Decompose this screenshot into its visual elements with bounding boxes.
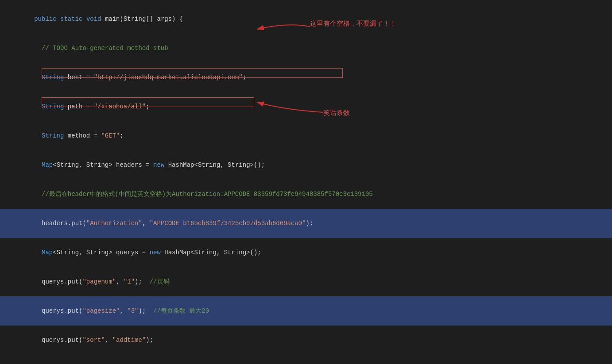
code-line-1: public static void main(String[] args) { <box>0 4 612 34</box>
code-line-2: // TODO Auto-generated method stub <box>0 34 612 63</box>
keyword-public: public <box>34 15 56 23</box>
code-line-7: //最后在header中的格式(中间是英文空格)为Authorization:A… <box>0 180 612 209</box>
code-line-3: String host = "http://jisuxhdq.market.al… <box>0 63 612 92</box>
code-line-9: Map<String, String> querys = new HashMap… <box>0 238 612 267</box>
code-line-4: String path = "/xiaohua/all"; <box>0 92 612 121</box>
code-line-10: querys.put("pagenum", "1"); //页码 <box>0 267 612 296</box>
code-line-5: String method = "GET"; <box>0 121 612 150</box>
code-line-6: Map<String, String> headers = new HashMa… <box>0 150 612 180</box>
comment-todo: // TODO Auto-generated method stub <box>42 45 168 52</box>
method-main: main(String[] args) { <box>105 15 183 23</box>
code-line-11: querys.put("pagesize", "3"); //每页条数 最大20 <box>0 296 612 326</box>
keyword-void: void <box>86 15 101 23</box>
code-line-8: headers.put("Authorization", "APPCODE b1… <box>0 209 612 238</box>
code-area: public static void main(String[] args) {… <box>0 0 612 364</box>
code-line-blank1 <box>0 355 612 364</box>
code-line-12: querys.put("sort", "addtime"); <box>0 326 612 355</box>
keyword-static: static <box>60 15 82 23</box>
